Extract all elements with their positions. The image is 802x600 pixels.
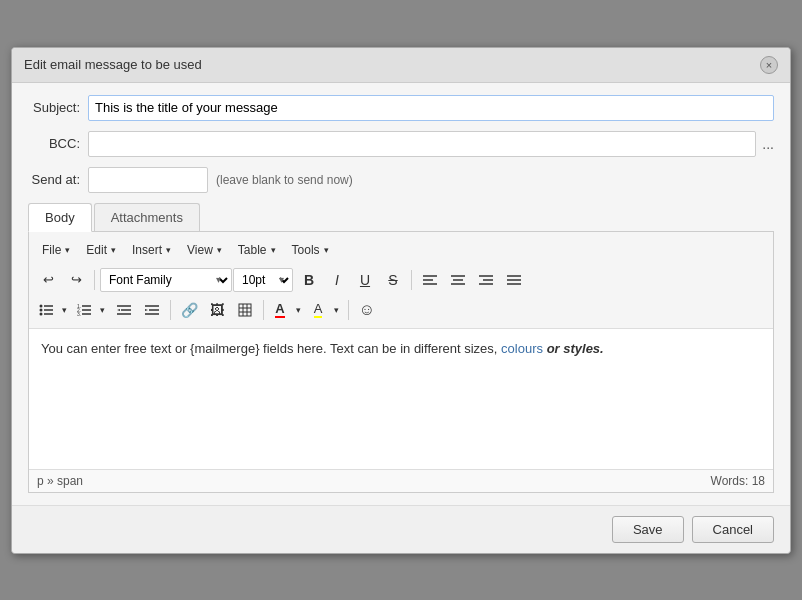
svg-text:3.: 3. xyxy=(77,311,81,316)
bg-color-group: A ▾ xyxy=(307,298,343,322)
bullet-list-button[interactable] xyxy=(35,298,57,322)
sendat-input[interactable] xyxy=(88,167,208,193)
font-color-arrow[interactable]: ▾ xyxy=(291,298,305,322)
menu-edit[interactable]: Edit ▾ xyxy=(79,238,123,262)
editor-statusbar: p » span Words: 18 xyxy=(29,469,773,492)
bcc-input[interactable] xyxy=(88,131,756,157)
editor-word-count: Words: 18 xyxy=(711,474,765,488)
editor-path: p » span xyxy=(37,474,83,488)
bcc-label: BCC: xyxy=(28,136,88,151)
subject-label: Subject: xyxy=(28,100,88,115)
menu-tools[interactable]: Tools ▾ xyxy=(285,238,336,262)
insert-image-button[interactable]: 🖼 xyxy=(204,298,230,322)
editor-container: File ▾ Edit ▾ Insert ▾ View xyxy=(28,232,774,493)
svg-point-12 xyxy=(40,304,43,307)
menu-view[interactable]: View ▾ xyxy=(180,238,229,262)
toolbar-menu-row: File ▾ Edit ▾ Insert ▾ View xyxy=(29,232,773,329)
bullet-list-group: ▾ xyxy=(35,298,71,322)
separator2 xyxy=(411,270,412,290)
toolbar-row-format: ↩ ↪ Font Family Arial Times New Roman Co… xyxy=(35,266,767,294)
italic-button[interactable]: I xyxy=(324,268,350,292)
font-family-select[interactable]: Font Family Arial Times New Roman Courie… xyxy=(100,268,232,292)
toolbar-row-menus: File ▾ Edit ▾ Insert ▾ View xyxy=(35,236,767,264)
sendat-label: Send at: xyxy=(28,172,88,187)
bold-button[interactable]: B xyxy=(296,268,322,292)
cancel-button[interactable]: Cancel xyxy=(692,516,774,543)
toolbar-row-misc: ▾ 1.2.3. ▾ xyxy=(35,296,767,324)
separator5 xyxy=(348,300,349,320)
numbered-list-group: 1.2.3. ▾ xyxy=(73,298,109,322)
redo-button[interactable]: ↪ xyxy=(63,268,89,292)
sendat-row: Send at: (leave blank to send now) xyxy=(28,167,774,193)
svg-marker-31 xyxy=(145,309,148,311)
insert-arrow-icon: ▾ xyxy=(166,245,171,255)
align-right-button[interactable] xyxy=(473,268,499,292)
numbered-list-arrow[interactable]: ▾ xyxy=(95,298,109,322)
align-center-button[interactable] xyxy=(445,268,471,292)
bcc-more-button[interactable]: ... xyxy=(762,136,774,152)
dialog: Edit email message to be used × Subject:… xyxy=(11,47,791,554)
insert-link-button[interactable]: 🔗 xyxy=(176,298,202,322)
tab-body[interactable]: Body xyxy=(28,203,92,232)
bcc-input-wrap: ... xyxy=(88,131,774,157)
editor-italic-bold: or styles. xyxy=(547,341,604,356)
view-arrow-icon: ▾ xyxy=(217,245,222,255)
dialog-title: Edit email message to be used xyxy=(24,57,202,72)
tabs-bar: Body Attachments xyxy=(28,203,774,232)
svg-point-16 xyxy=(40,312,43,315)
undo-button[interactable]: ↩ xyxy=(35,268,61,292)
menu-file[interactable]: File ▾ xyxy=(35,238,77,262)
emoji-button[interactable]: ☺ xyxy=(354,298,380,322)
font-size-select[interactable]: 10pt 8pt 12pt 14pt 18pt xyxy=(233,268,293,292)
file-arrow-icon: ▾ xyxy=(65,245,70,255)
save-button[interactable]: Save xyxy=(612,516,684,543)
underline-button[interactable]: U xyxy=(352,268,378,292)
bcc-row: BCC: ... xyxy=(28,131,774,157)
subject-input[interactable] xyxy=(88,95,774,121)
svg-point-14 xyxy=(40,308,43,311)
bullet-list-arrow[interactable]: ▾ xyxy=(57,298,71,322)
tools-arrow-icon: ▾ xyxy=(324,245,329,255)
bg-color-button[interactable]: A xyxy=(307,298,329,322)
strikethrough-button[interactable]: S xyxy=(380,268,406,292)
insert-table-button[interactable] xyxy=(232,298,258,322)
numbered-list-button[interactable]: 1.2.3. xyxy=(73,298,95,322)
dialog-body: Subject: BCC: ... Send at: (leave blank … xyxy=(12,83,790,505)
menu-table[interactable]: Table ▾ xyxy=(231,238,283,262)
editor-content-area[interactable]: You can enter free text or {mailmerge} f… xyxy=(29,329,773,469)
separator3 xyxy=(170,300,171,320)
table-arrow-icon: ▾ xyxy=(271,245,276,255)
svg-marker-27 xyxy=(117,309,120,311)
dialog-header: Edit email message to be used × xyxy=(12,48,790,83)
separator4 xyxy=(263,300,264,320)
font-color-group: A ▾ xyxy=(269,298,305,322)
svg-rect-32 xyxy=(239,304,251,316)
close-button[interactable]: × xyxy=(760,56,778,74)
align-justify-button[interactable] xyxy=(501,268,527,292)
subject-row: Subject: xyxy=(28,95,774,121)
tabs-container: Body Attachments File ▾ Edit ▾ xyxy=(28,203,774,493)
separator1 xyxy=(94,270,95,290)
align-left-button[interactable] xyxy=(417,268,443,292)
font-color-button[interactable]: A xyxy=(269,298,291,322)
editor-link[interactable]: colours xyxy=(501,341,543,356)
edit-arrow-icon: ▾ xyxy=(111,245,116,255)
sendat-hint: (leave blank to send now) xyxy=(216,173,353,187)
menu-insert[interactable]: Insert ▾ xyxy=(125,238,178,262)
tab-attachments[interactable]: Attachments xyxy=(94,203,200,231)
editor-text-plain: You can enter free text or {mailmerge} f… xyxy=(41,341,501,356)
indent-button[interactable] xyxy=(139,298,165,322)
dialog-footer: Save Cancel xyxy=(12,505,790,553)
bg-color-arrow[interactable]: ▾ xyxy=(329,298,343,322)
outdent-button[interactable] xyxy=(111,298,137,322)
